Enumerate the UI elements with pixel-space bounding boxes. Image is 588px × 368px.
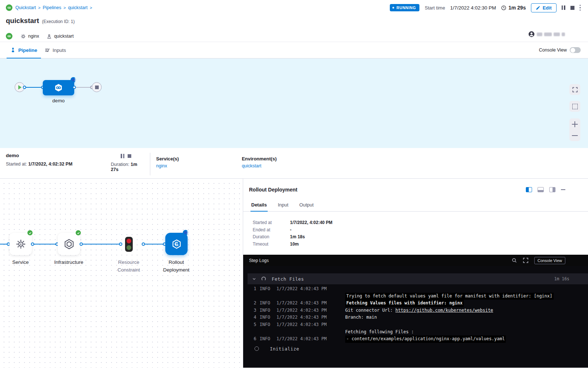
service-link[interactable]: nginx bbox=[156, 163, 179, 168]
detail-value: 1m 18s bbox=[290, 234, 305, 241]
log-section-name: Initialize bbox=[270, 346, 299, 352]
console-view-toggle[interactable] bbox=[570, 47, 581, 53]
edit-button[interactable]: Edit bbox=[531, 3, 557, 12]
tab-output[interactable]: Output bbox=[299, 200, 314, 211]
rollout-deployment-icon bbox=[171, 239, 182, 250]
breadcrumb-pipelines[interactable]: Pipelines bbox=[43, 5, 66, 10]
plus-icon bbox=[572, 121, 578, 127]
tab-details[interactable]: Details bbox=[250, 200, 268, 211]
fullscreen-icon bbox=[572, 87, 578, 92]
end-icon bbox=[95, 86, 99, 89]
environment-icon bbox=[46, 34, 52, 39]
breadcrumb-pipeline-name[interactable]: quickstart bbox=[68, 5, 92, 10]
zoom-in-button[interactable] bbox=[572, 121, 578, 127]
gear-icon bbox=[15, 238, 27, 250]
detail-value: 10m bbox=[290, 241, 299, 248]
zoom-controls bbox=[569, 118, 580, 141]
environment-tag[interactable]: quickstart bbox=[46, 34, 74, 39]
step-panel-title: Rollout Deployment bbox=[249, 187, 297, 193]
edge-start-to-demo bbox=[24, 87, 43, 88]
step-detail-panel: Rollout Deployment Details Input Output … bbox=[243, 179, 588, 368]
environment-link[interactable]: quickstart bbox=[242, 163, 276, 168]
cd-stage-icon bbox=[54, 83, 63, 92]
tab-input[interactable]: Input bbox=[277, 200, 289, 211]
environments-label: Environment(s) bbox=[242, 156, 276, 162]
top-bar: Quickstart Pipelines quickstart RUNNING … bbox=[0, 0, 588, 15]
console-view-button[interactable]: Console View bbox=[534, 257, 565, 264]
search-icon[interactable] bbox=[512, 258, 517, 263]
step-label-infrastructure: Infrastructure bbox=[49, 259, 89, 266]
avatar-icon bbox=[528, 31, 535, 38]
step-label-resource-constraint: Resource Constraint bbox=[109, 259, 149, 274]
service-tag[interactable]: nginx bbox=[20, 34, 39, 39]
stage-graph-canvas[interactable]: demo bbox=[0, 58, 588, 148]
view-tabbar: Pipeline Inputs Console View bbox=[0, 42, 588, 58]
log-line: Trying to fetch default values yaml file… bbox=[243, 293, 588, 300]
page-title: quickstart bbox=[6, 17, 39, 25]
stage-pause-button[interactable] bbox=[121, 154, 124, 158]
check-icon bbox=[29, 231, 32, 235]
pause-icon bbox=[121, 154, 124, 158]
step-node-rollout-deployment[interactable] bbox=[165, 233, 188, 255]
log-line: 3INFO1/7/2022 4:02:43 PMGit connector Ur… bbox=[243, 307, 588, 314]
execution-graph-canvas[interactable]: Service Infrastructure Resource Constrai… bbox=[0, 179, 243, 368]
step-node-resource-constraint[interactable] bbox=[125, 237, 133, 252]
stage-node-label: demo bbox=[43, 98, 74, 103]
log-section-fetch-files[interactable]: Fetch Files 1m 16s bbox=[248, 273, 588, 284]
infrastructure-icon bbox=[63, 238, 75, 250]
step-node-infrastructure[interactable] bbox=[58, 233, 80, 255]
fullscreen-icon[interactable] bbox=[523, 258, 528, 263]
stage-duration: Duration: 1m 27s bbox=[111, 162, 145, 172]
stage-node-demo[interactable] bbox=[43, 80, 74, 95]
minimize-panel-icon[interactable] bbox=[561, 189, 565, 190]
tab-inputs[interactable]: Inputs bbox=[41, 42, 70, 58]
stage-stop-button[interactable] bbox=[128, 154, 131, 158]
execution-status-group: RUNNING Start time 1/7/2022 4:02:30 PM 1… bbox=[390, 3, 581, 12]
step-label-service: Service bbox=[0, 259, 41, 266]
layout-split-right-icon[interactable] bbox=[526, 187, 532, 192]
pencil-icon bbox=[536, 5, 540, 10]
more-options-button[interactable] bbox=[580, 5, 581, 11]
log-line: 5INFO1/7/2022 4:02:43 PM bbox=[243, 321, 588, 329]
log-section-name: Fetch Files bbox=[272, 276, 304, 282]
running-spinner-badge bbox=[71, 77, 76, 83]
abort-execution-button[interactable] bbox=[570, 6, 574, 10]
pause-icon bbox=[562, 5, 565, 10]
services-label: Service(s) bbox=[156, 156, 179, 162]
git-connector-link[interactable]: https://github.com/kubernetes/website bbox=[395, 308, 493, 313]
layout-split-side-icon[interactable] bbox=[549, 187, 555, 192]
clock-icon bbox=[501, 5, 506, 11]
stage-summary-bar: demo Started at: 1/7/2022, 4:02:32 PM Du… bbox=[0, 148, 588, 179]
detail-value: - bbox=[290, 227, 291, 234]
log-line: Fetching following Files : bbox=[243, 329, 588, 336]
step-node-service[interactable] bbox=[10, 233, 32, 255]
pipeline-icon bbox=[10, 48, 16, 53]
log-section-initialize[interactable]: Initialize bbox=[255, 346, 588, 352]
pause-execution-button[interactable] bbox=[562, 5, 565, 10]
breadcrumb-project[interactable]: Quickstart bbox=[15, 5, 41, 10]
layout-split-bottom-icon[interactable] bbox=[538, 187, 544, 192]
pipeline-execution-page: Quickstart Pipelines quickstart RUNNING … bbox=[0, 0, 588, 368]
detail-label: Started at bbox=[253, 219, 290, 227]
pending-circle-icon bbox=[255, 346, 259, 351]
log-console[interactable]: Fetch Files 1m 16s 1INFO1/7/2022 4:02:43… bbox=[243, 266, 588, 368]
fit-selection-button[interactable] bbox=[569, 101, 580, 112]
zoom-out-button[interactable] bbox=[572, 133, 578, 139]
title-row: quickstart (Execution ID: 1) bbox=[0, 15, 588, 29]
stage-name: demo bbox=[6, 153, 111, 158]
green-light-icon bbox=[127, 245, 131, 250]
step-label-rollout-deployment: Rollout Deployment bbox=[156, 259, 196, 274]
step-logs-title: Step Logs bbox=[249, 258, 269, 263]
stage-started: Started at: 1/7/2022, 4:02:32 PM bbox=[6, 162, 111, 167]
stop-icon bbox=[570, 6, 574, 10]
tab-pipeline[interactable]: Pipeline bbox=[7, 42, 41, 58]
end-node[interactable] bbox=[92, 82, 102, 92]
detail-label: Ended at bbox=[253, 227, 290, 234]
play-icon bbox=[18, 85, 22, 90]
breadcrumb: Quickstart Pipelines quickstart bbox=[6, 4, 92, 11]
loading-spinner-icon bbox=[261, 277, 266, 281]
log-lines: 1INFO1/7/2022 4:02:43 PM Trying to fetch… bbox=[243, 284, 588, 343]
start-time-value: 1/7/2022 4:02:30 PM bbox=[450, 5, 496, 11]
fullscreen-button[interactable] bbox=[569, 84, 580, 95]
detail-label: Duration bbox=[253, 234, 290, 241]
